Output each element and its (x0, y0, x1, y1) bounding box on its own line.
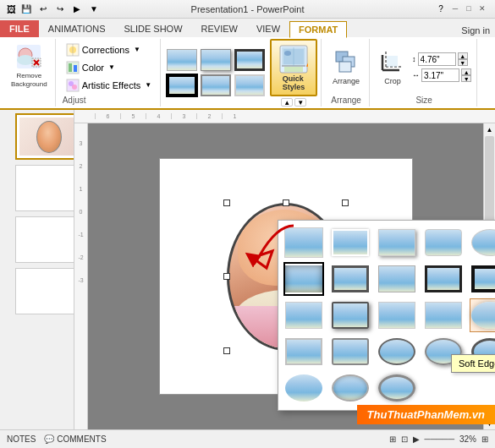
view-slide-btn[interactable]: ⊡ (401, 434, 408, 444)
crop-label: Crop (384, 77, 401, 86)
qs-item-15-soft-oval[interactable] (470, 298, 495, 332)
redo-icon[interactable]: ↪ (53, 3, 67, 16)
qs-item-4[interactable] (423, 226, 464, 260)
artistic-label: Artistic Effects (82, 80, 140, 90)
handle-tr[interactable] (342, 199, 349, 206)
tab-animations[interactable]: ANIMATIONS (39, 20, 115, 37)
tab-view[interactable]: VIEW (247, 20, 289, 37)
qs-item-11[interactable] (283, 298, 324, 332)
slide-thumb-2[interactable] (15, 165, 74, 211)
zoom-slider[interactable]: ───── (425, 434, 454, 444)
maximize-button[interactable]: □ (463, 3, 475, 14)
style-preview-3[interactable] (234, 48, 266, 72)
zoom-fit-btn[interactable]: ⊞ (481, 434, 488, 444)
svg-rect-11 (74, 65, 77, 72)
handle-bl[interactable] (223, 347, 230, 354)
height-input[interactable] (418, 52, 456, 66)
qs-item-8[interactable] (377, 262, 417, 296)
comments-button[interactable]: 💬 COMMENTS (44, 434, 106, 444)
color-button[interactable]: Color ▼ (63, 59, 155, 76)
close-button[interactable]: ✕ (476, 3, 488, 14)
width-up[interactable]: ▲ (461, 68, 471, 75)
width-down[interactable]: ▼ (461, 75, 471, 82)
style-preview-1[interactable] (166, 48, 198, 72)
vertical-ruler: 3 2 1 0 -1 -2 -3 (74, 123, 88, 429)
style-preview-5[interactable] (200, 74, 232, 97)
slide-thumb-4[interactable] (15, 268, 74, 314)
quick-styles-icon (278, 44, 309, 74)
style-preview-2[interactable] (200, 48, 232, 72)
height-field: ↕ ▲ ▼ (412, 52, 471, 66)
help-icon[interactable]: ? (434, 3, 448, 16)
scroll-up-button[interactable]: ▲ (281, 98, 293, 107)
arrange-label: Arrange (333, 77, 360, 86)
save-icon[interactable]: 💾 (19, 3, 33, 16)
qs-item-13[interactable] (377, 298, 417, 332)
tab-file[interactable]: FILE (0, 20, 39, 37)
zoom-level: 32% (459, 434, 476, 444)
qs-item-10[interactable] (470, 262, 495, 296)
style-preview-6[interactable] (234, 74, 266, 97)
quick-styles-button[interactable]: QuickStyles (270, 39, 317, 96)
color-icon (66, 61, 80, 74)
qs-item-22[interactable] (330, 371, 371, 405)
qs-item-17[interactable] (330, 335, 371, 369)
scroll-up-btn[interactable]: ▲ (484, 123, 495, 135)
qs-item-14[interactable] (423, 298, 464, 332)
qs-item-16[interactable] (283, 335, 324, 369)
adjust-group: Corrections ▼ Color ▼ Artistic Effects ▼… (58, 39, 161, 107)
height-up[interactable]: ▲ (458, 52, 468, 59)
view-normal-btn[interactable]: ⊞ (389, 434, 396, 444)
artistic-arrow[interactable]: ▼ (145, 81, 151, 89)
height-spinner: ▲ ▼ (458, 52, 468, 66)
soft-oval-tooltip: Soft Edge Oval (451, 354, 495, 373)
handle-tl[interactable] (223, 199, 230, 206)
ribbon-tabs: FILE ANIMATIONS SLIDE SHOW REVIEW VIEW F… (0, 19, 495, 37)
ribbon: RemoveBackground Corrections ▼ Color ▼ (0, 37, 495, 110)
crop-icon (379, 48, 406, 75)
corrections-label: Corrections (82, 45, 129, 55)
qs-item-3[interactable] (377, 226, 417, 260)
corrections-arrow[interactable]: ▼ (134, 46, 140, 53)
scroll-down-button[interactable]: ▼ (294, 98, 306, 107)
adjust-label: Adjust (63, 96, 86, 105)
handle-left[interactable] (223, 273, 230, 280)
options-icon[interactable]: ▼ (87, 3, 101, 16)
signin-button[interactable]: Sign in (456, 24, 495, 37)
minimize-button[interactable]: ─ (449, 3, 461, 14)
slide-thumb-3[interactable] (15, 216, 74, 263)
qs-item-2[interactable] (330, 226, 371, 260)
qs-item-23[interactable] (377, 371, 417, 405)
slide-thumb-1[interactable] (15, 113, 74, 160)
undo-icon[interactable]: ↩ (36, 3, 50, 16)
style-preview-4[interactable] (166, 74, 198, 97)
corrections-button[interactable]: Corrections ▼ (63, 41, 155, 58)
svg-rect-20 (284, 67, 303, 72)
qs-item-7[interactable] (330, 262, 371, 296)
qs-item-21[interactable] (283, 371, 324, 405)
artistic-icon (66, 79, 80, 92)
qs-item-18[interactable] (377, 335, 417, 369)
qs-item-5[interactable] (470, 226, 495, 260)
svg-point-14 (72, 85, 77, 90)
artistic-effects-button[interactable]: Artistic Effects ▼ (63, 77, 155, 94)
qs-item-9[interactable] (423, 262, 464, 296)
start-icon[interactable]: ▶ (70, 3, 84, 16)
arrange-button[interactable]: Arrange (330, 46, 362, 89)
remove-background-button[interactable]: RemoveBackground (8, 41, 50, 90)
quick-access-toolbar: 🖼 💾 ↩ ↪ ▶ ▼ (7, 3, 101, 16)
svg-rect-24 (339, 62, 351, 72)
qs-item-6[interactable] (283, 262, 324, 296)
view-reading-btn[interactable]: ▶ (413, 434, 420, 444)
height-down[interactable]: ▼ (458, 59, 468, 66)
crop-button[interactable]: Crop (377, 46, 409, 89)
width-input[interactable] (421, 68, 459, 82)
handle-top[interactable] (283, 199, 289, 206)
quick-styles-dropdown: Soft Edge Oval (278, 220, 495, 411)
tab-format[interactable]: FORMAT (289, 21, 347, 38)
tab-review[interactable]: REVIEW (192, 20, 247, 37)
tab-slideshow[interactable]: SLIDE SHOW (114, 20, 191, 37)
color-arrow[interactable]: ▼ (108, 63, 115, 71)
notes-button[interactable]: NOTES (7, 434, 36, 444)
qs-item-12[interactable] (330, 298, 371, 332)
